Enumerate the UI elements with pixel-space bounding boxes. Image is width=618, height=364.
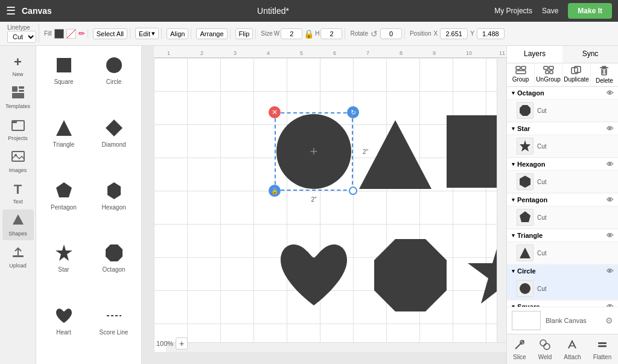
visibility-icon-triangle[interactable]: 👁: [607, 232, 613, 239]
heart-label: Heart: [56, 329, 71, 336]
shape-circle[interactable]: Circle: [91, 51, 136, 109]
layer-group-pentagon: ▾ Pentagon 👁 Cut: [507, 194, 618, 229]
layer-row-star[interactable]: Cut: [507, 135, 618, 158]
resize-handle[interactable]: [349, 187, 357, 195]
vertical-scrollbar[interactable]: [497, 58, 506, 342]
slice-button[interactable]: Slice: [507, 336, 532, 363]
canvas-area: 1 2 3 4 5 6 7 8 9 10 11 12 13 0 1 2 3 4 …: [142, 46, 506, 364]
flatten-button[interactable]: Flatten: [587, 336, 618, 363]
layer-thumb-star: [517, 138, 534, 155]
x-input[interactable]: [440, 28, 468, 39]
sidebar-item-templates[interactable]: Templates: [2, 82, 34, 113]
width-input[interactable]: [281, 28, 302, 39]
shape-octagon[interactable]: Octagon: [91, 238, 136, 296]
flip-button[interactable]: Flip: [235, 28, 253, 39]
save-button[interactable]: Save: [537, 4, 563, 18]
shape-heart[interactable]: Heart: [41, 301, 86, 359]
layer-header-hexagon[interactable]: ▾ Hexagon 👁: [507, 158, 618, 171]
star-shape-icon: [52, 241, 76, 265]
layer-group-star: ▾ Star 👁 Cut: [507, 123, 618, 158]
shape-pentagon[interactable]: Pentagon: [41, 176, 86, 234]
shape-star[interactable]: Star: [41, 238, 86, 296]
sidebar-item-upload[interactable]: Upload: [2, 241, 34, 272]
shape-square[interactable]: Square: [41, 51, 86, 109]
y-input[interactable]: [477, 28, 505, 39]
layer-header-circle[interactable]: ▾ Circle 👁: [507, 265, 618, 278]
layer-row-octagon[interactable]: Cut: [507, 100, 618, 122]
pencil-icon[interactable]: ✏: [78, 29, 85, 38]
svg-marker-16: [107, 182, 121, 199]
sidebar-item-shapes[interactable]: Shapes: [2, 209, 34, 240]
right-panel: Layers Sync Group UnGroup Duplicate: [506, 46, 618, 364]
layer-cut-circle: Cut: [537, 286, 547, 292]
w-label: W: [274, 30, 279, 37]
layer-row-hexagon[interactable]: Cut: [507, 171, 618, 193]
layers-tab[interactable]: Layers: [507, 46, 562, 63]
zoom-in-button[interactable]: +: [176, 337, 188, 350]
layer-row-circle[interactable]: Cut: [507, 278, 618, 300]
ungroup-icon: [536, 66, 561, 76]
layer-triangle-label: Triangle: [517, 232, 543, 239]
layer-header-triangle[interactable]: ▾ Triangle 👁: [507, 229, 618, 242]
align-button[interactable]: Align: [167, 28, 188, 39]
canvas-grid[interactable]: + ✕ ↻ 🔒 2" 2": [154, 58, 506, 352]
shape-score-line[interactable]: Score Line: [91, 301, 136, 359]
group-icon: [508, 66, 533, 76]
layer-header-square[interactable]: ▾ Square 👁: [507, 301, 618, 307]
edit-button[interactable]: Edit ▾: [135, 28, 159, 39]
layer-header-octagon[interactable]: ▾ Octagon 👁: [507, 87, 618, 100]
layer-header-star[interactable]: ▾ Star 👁: [507, 123, 618, 135]
canvas-body[interactable]: 0 1 2 3 4 5 6 7 8 9: [154, 58, 506, 352]
shape-hexagon[interactable]: Hexagon: [91, 176, 136, 234]
sidebar-shapes-label: Shapes: [8, 231, 27, 237]
hamburger-icon[interactable]: ☰: [6, 4, 16, 18]
weld-button[interactable]: Weld: [532, 336, 558, 363]
layer-row-triangle[interactable]: Cut: [507, 242, 618, 264]
delete-icon: [592, 66, 617, 77]
horizontal-scrollbar[interactable]: [166, 342, 506, 352]
duplicate-button[interactable]: Duplicate: [562, 63, 591, 86]
my-projects-link[interactable]: My Projects: [494, 7, 532, 15]
sidebar-item-images[interactable]: Images: [2, 146, 34, 177]
text-icon: T: [14, 182, 22, 197]
sidebar-item-projects[interactable]: Projects: [2, 114, 34, 145]
ungroup-button[interactable]: UnGroup: [535, 63, 562, 86]
group-button[interactable]: Group: [507, 63, 535, 86]
linetype-select[interactable]: Cut: [7, 31, 36, 43]
make-it-button[interactable]: Make It: [568, 3, 612, 19]
arrow-icon: ▾: [512, 232, 515, 238]
blank-canvas-row[interactable]: Blank Canvas ⚙: [507, 307, 618, 334]
sync-tab[interactable]: Sync: [562, 46, 618, 63]
no-fill-indicator: [66, 29, 76, 39]
arrange-button[interactable]: Arrange: [196, 28, 227, 39]
height-input[interactable]: [320, 28, 342, 39]
blank-canvas-settings-icon[interactable]: ⚙: [605, 316, 613, 325]
visibility-icon-octagon[interactable]: 👁: [607, 89, 613, 97]
sidebar-item-new[interactable]: + New: [2, 51, 34, 81]
rotate-input[interactable]: [380, 28, 402, 39]
svg-marker-40: [520, 105, 530, 116]
rotate-handle[interactable]: ↻: [347, 106, 359, 118]
layer-header-pentagon[interactable]: ▾ Pentagon 👁: [507, 194, 618, 206]
bottom-bar: Slice Weld Attach Flatten: [507, 334, 618, 364]
shape-diamond[interactable]: Diamond: [91, 113, 136, 171]
attach-button[interactable]: Attach: [558, 336, 587, 363]
visibility-icon-pentagon[interactable]: 👁: [607, 196, 613, 203]
sidebar-item-text[interactable]: T Text: [2, 178, 34, 208]
duplicate-icon: [564, 66, 589, 76]
visibility-icon-circle[interactable]: 👁: [607, 267, 613, 275]
lock-handle[interactable]: 🔒: [269, 185, 281, 197]
delete-button[interactable]: Delete: [591, 63, 618, 86]
selected-shape-circle[interactable]: + ✕ ↻ 🔒 2" 2": [275, 112, 353, 191]
svg-rect-36: [602, 69, 607, 75]
delete-handle[interactable]: ✕: [269, 106, 281, 118]
visibility-icon-star[interactable]: 👁: [607, 125, 613, 132]
star-label: Star: [58, 266, 69, 273]
shape-triangle[interactable]: Triangle: [41, 113, 86, 171]
layer-group-square: ▾ Square 👁 Cut: [507, 301, 618, 307]
layer-row-pentagon[interactable]: Cut: [507, 206, 618, 229]
select-all-button[interactable]: Select All: [93, 28, 127, 39]
svg-rect-39: [602, 66, 606, 68]
diamond-shape-icon: [102, 116, 126, 140]
visibility-icon-hexagon[interactable]: 👁: [607, 161, 613, 168]
